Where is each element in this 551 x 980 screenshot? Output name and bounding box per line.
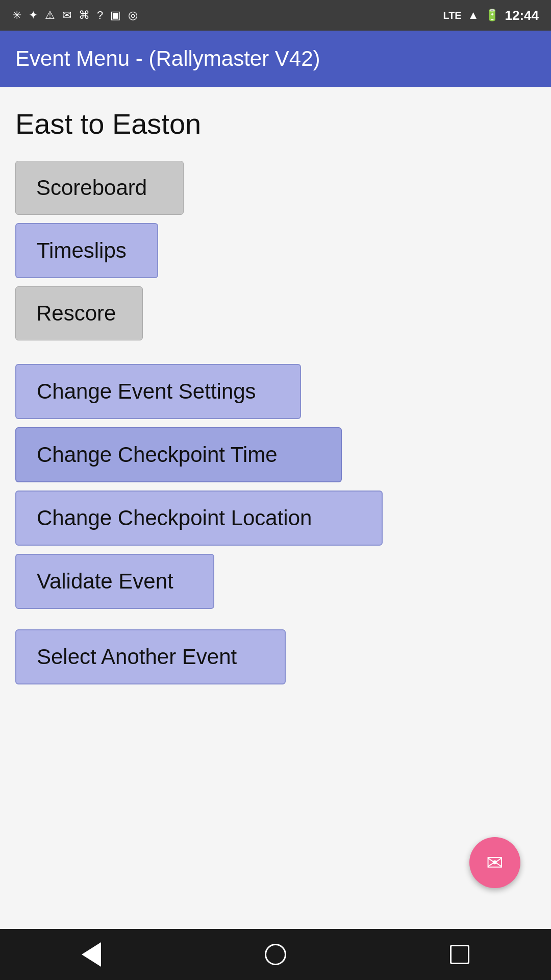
- recents-button[interactable]: [440, 935, 480, 974]
- app-bar-title: Event Menu - (Rallymaster V42): [15, 46, 320, 71]
- battery-icon: 🔋: [485, 9, 499, 22]
- timeslips-button[interactable]: Timeslips: [15, 223, 158, 278]
- home-button[interactable]: [255, 934, 296, 975]
- change-checkpoint-time-button[interactable]: Change Checkpoint Time: [15, 427, 342, 482]
- bluetooth-icon: ✦: [29, 9, 38, 22]
- envelope-icon: ✉: [486, 851, 504, 874]
- purple-buttons-group: Change Event Settings Change Checkpoint …: [15, 364, 536, 693]
- pinwheel-icon: ✳: [12, 9, 21, 22]
- nfc-icon: ▣: [110, 9, 121, 22]
- recents-icon: [450, 945, 469, 964]
- change-event-settings-button[interactable]: Change Event Settings: [15, 364, 301, 419]
- wifi-icon: ⌘: [79, 9, 90, 22]
- change-checkpoint-location-button[interactable]: Change Checkpoint Location: [15, 491, 383, 546]
- home-icon: [265, 944, 286, 965]
- status-bar-right: LTE ▲ 🔋 12:44: [443, 8, 539, 23]
- lte-icon: LTE: [443, 10, 461, 21]
- question-icon: ?: [97, 9, 103, 22]
- warning-icon: ⚠: [45, 9, 55, 22]
- signal-icon: ▲: [468, 9, 479, 22]
- status-bar-left: ✳ ✦ ⚠ ✉ ⌘ ? ▣ ◎: [12, 9, 138, 22]
- clock: 12:44: [505, 8, 539, 23]
- camera-icon: ◎: [128, 9, 138, 22]
- rescore-button[interactable]: Rescore: [15, 286, 143, 340]
- back-button[interactable]: [71, 932, 111, 977]
- scoreboard-button[interactable]: Scoreboard: [15, 161, 184, 215]
- validate-event-button[interactable]: Validate Event: [15, 554, 214, 609]
- event-title: East to Easton: [15, 107, 536, 140]
- select-another-event-button[interactable]: Select Another Event: [15, 629, 286, 684]
- gmail-icon: ✉: [62, 9, 71, 22]
- navigation-bar: [0, 929, 551, 980]
- email-fab-button[interactable]: ✉: [469, 837, 520, 888]
- main-content: East to Easton Scoreboard Timeslips Resc…: [0, 87, 551, 929]
- status-bar: ✳ ✦ ⚠ ✉ ⌘ ? ▣ ◎ LTE ▲ 🔋 12:44: [0, 0, 551, 31]
- back-icon: [82, 942, 101, 967]
- gray-buttons-group: Scoreboard Timeslips Rescore: [15, 161, 536, 349]
- app-bar: Event Menu - (Rallymaster V42): [0, 31, 551, 87]
